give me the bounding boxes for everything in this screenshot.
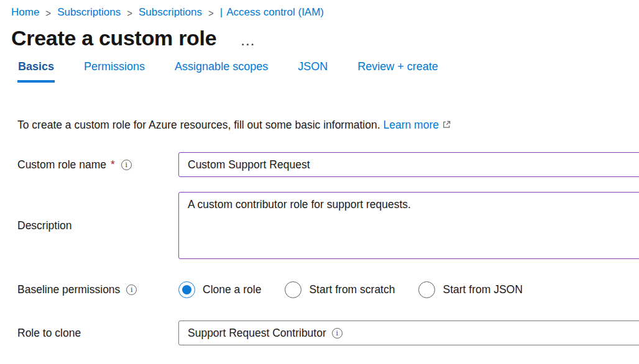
learn-more-label: Learn more <box>383 119 439 131</box>
radio-button-icon[interactable] <box>418 281 435 298</box>
info-icon[interactable]: i <box>332 328 342 339</box>
breadcrumb-item-subscriptions-2[interactable]: Subscriptions <box>139 6 202 19</box>
baseline-permissions-radio-group: Clone a role Start from scratch Start fr… <box>178 281 639 298</box>
more-options-button[interactable]: ... <box>241 39 255 45</box>
breadcrumb-pipe-icon: | <box>220 6 223 19</box>
info-icon[interactable]: i <box>126 284 137 295</box>
role-to-clone-row: Role to clone Support Request Contributo… <box>17 321 639 345</box>
basics-form: Custom role name * i Description A custo… <box>0 132 639 345</box>
baseline-permissions-row: Baseline permissions i Clone a role Star… <box>17 281 639 298</box>
role-to-clone-field[interactable]: Support Request Contributor i <box>178 321 639 345</box>
baseline-permissions-label-group: Baseline permissions i <box>17 283 178 296</box>
breadcrumb: Home > Subscriptions > Subscriptions > |… <box>0 0 639 19</box>
intro-sentence: To create a custom role for Azure resour… <box>17 119 380 131</box>
tab-bar: Basics Permissions Assignable scopes JSO… <box>0 50 639 83</box>
role-to-clone-label: Role to clone <box>17 327 81 340</box>
tab-permissions[interactable]: Permissions <box>83 60 145 83</box>
tab-json[interactable]: JSON <box>297 60 328 83</box>
description-row: Description A custom contributor role fo… <box>17 192 639 259</box>
chevron-right-icon: > <box>45 6 51 19</box>
breadcrumb-item-home[interactable]: Home <box>11 6 39 19</box>
custom-role-name-row: Custom role name * i <box>17 152 639 177</box>
role-to-clone-value: Support Request Contributor <box>188 327 326 340</box>
required-asterisk: * <box>111 158 115 171</box>
description-label: Description <box>17 219 72 232</box>
chevron-right-icon: > <box>208 6 214 19</box>
description-label-group: Description <box>17 219 178 232</box>
info-icon[interactable]: i <box>121 160 132 170</box>
radio-option-clone-a-role[interactable]: Clone a role <box>178 281 261 298</box>
custom-role-name-label: Custom role name <box>17 158 106 171</box>
radio-label: Clone a role <box>203 283 261 296</box>
baseline-permissions-label: Baseline permissions <box>17 283 120 296</box>
radio-label: Start from JSON <box>443 283 522 296</box>
custom-role-name-input[interactable] <box>178 152 639 177</box>
breadcrumb-current-page: Access control (IAM) <box>226 6 324 19</box>
learn-more-link[interactable]: Learn more <box>383 119 451 131</box>
tab-basics[interactable]: Basics <box>17 60 55 83</box>
page-title: Create a custom role <box>11 26 216 50</box>
radio-option-start-from-json[interactable]: Start from JSON <box>418 281 522 298</box>
chevron-right-icon: > <box>127 6 132 19</box>
custom-role-name-label-group: Custom role name * i <box>17 158 178 171</box>
tab-assignable-scopes[interactable]: Assignable scopes <box>174 60 269 83</box>
radio-button-icon[interactable] <box>285 281 301 298</box>
page-header: Create a custom role ... <box>0 19 639 50</box>
radio-option-start-from-scratch[interactable]: Start from scratch <box>285 281 395 298</box>
radio-button-icon[interactable] <box>178 281 195 298</box>
radio-label: Start from scratch <box>309 283 395 296</box>
external-link-icon <box>442 120 451 129</box>
role-to-clone-label-group: Role to clone <box>17 327 178 340</box>
breadcrumb-item-subscriptions[interactable]: Subscriptions <box>57 6 121 19</box>
description-textarea[interactable]: A custom contributor role for support re… <box>178 192 639 259</box>
intro-text: To create a custom role for Azure resour… <box>0 83 639 132</box>
tab-review-create[interactable]: Review + create <box>357 60 439 83</box>
